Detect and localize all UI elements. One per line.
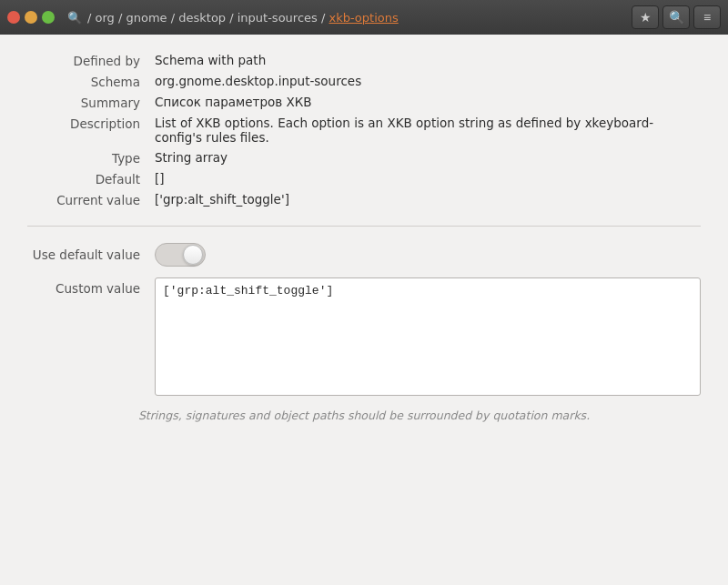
summary-label: Summary bbox=[27, 95, 155, 110]
current-value-row: Current value ['grp:alt_shift_toggle'] bbox=[27, 192, 701, 207]
current-value-label: Current value bbox=[27, 192, 155, 207]
summary-row: Summary Список параметров ХКВ bbox=[27, 95, 701, 110]
custom-value-row: Custom value bbox=[27, 277, 701, 396]
description-row: Description List of XKB options. Each op… bbox=[27, 116, 701, 145]
address-bar: 🔍 / org / gnome / desktop / input-source… bbox=[67, 11, 626, 25]
defined-by-row: Defined by Schema with path bbox=[27, 53, 701, 68]
info-table: Defined by Schema with path Schema org.g… bbox=[27, 53, 701, 207]
search-button[interactable]: 🔍 bbox=[662, 5, 690, 29]
default-value: [] bbox=[155, 171, 701, 186]
menu-button[interactable]: ≡ bbox=[693, 5, 721, 29]
schema-value: org.gnome.desktop.input-sources bbox=[155, 74, 701, 88]
default-label: Default bbox=[27, 171, 155, 187]
maximize-button[interactable] bbox=[42, 11, 55, 24]
defined-by-value: Schema with path bbox=[155, 53, 701, 67]
window-controls bbox=[7, 11, 55, 24]
current-page-label: xkb-options bbox=[329, 11, 398, 25]
use-default-toggle[interactable] bbox=[155, 243, 206, 267]
use-default-label: Use default value bbox=[27, 247, 155, 262]
summary-value: Список параметров ХКВ bbox=[155, 95, 701, 109]
schema-label: Schema bbox=[27, 74, 155, 89]
close-button[interactable] bbox=[7, 11, 20, 24]
breadcrumb: / org / gnome / desktop / input-sources … bbox=[87, 11, 399, 25]
use-default-row: Use default value bbox=[27, 243, 701, 267]
custom-value-label: Custom value bbox=[27, 277, 155, 296]
address-icon: 🔍 bbox=[67, 11, 82, 25]
type-row: Type String array bbox=[27, 150, 701, 166]
default-row: Default [] bbox=[27, 171, 701, 187]
defined-by-label: Defined by bbox=[27, 53, 155, 68]
custom-value-textarea[interactable] bbox=[155, 277, 701, 396]
description-value: List of XKB options. Each option is an X… bbox=[155, 116, 701, 145]
titlebar: 🔍 / org / gnome / desktop / input-source… bbox=[0, 0, 728, 35]
section-divider bbox=[27, 226, 701, 227]
description-label: Description bbox=[27, 116, 155, 131]
titlebar-actions: ★ 🔍 ≡ bbox=[632, 5, 721, 29]
bookmark-button[interactable]: ★ bbox=[632, 5, 659, 29]
schema-row: Schema org.gnome.desktop.input-sources bbox=[27, 74, 701, 89]
main-content: Defined by Schema with path Schema org.g… bbox=[0, 35, 728, 440]
current-value: ['grp:alt_shift_toggle'] bbox=[155, 192, 701, 207]
type-label: Type bbox=[27, 150, 155, 166]
type-value: String array bbox=[155, 150, 701, 165]
minimize-button[interactable] bbox=[25, 11, 37, 24]
hint-text: Strings, signatures and object paths sho… bbox=[27, 408, 701, 422]
toggle-knob bbox=[183, 245, 203, 265]
